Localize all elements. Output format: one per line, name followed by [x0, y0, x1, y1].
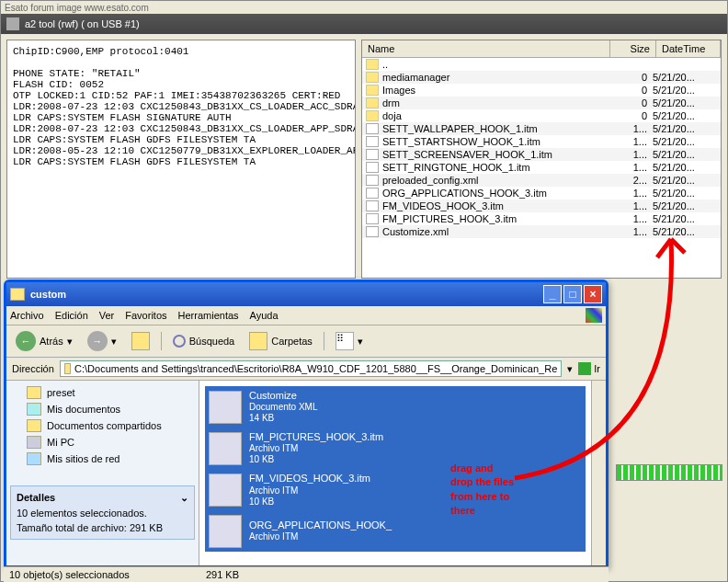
- explorer-titlebar[interactable]: custom _ □ ×: [6, 282, 606, 306]
- list-item[interactable]: ORG_APPLICATIONS_HOOK_3.itm1...5/21/20..…: [362, 187, 721, 200]
- list-item[interactable]: SETT_STARTSHOW_HOOK_1.itm1...5/21/20...: [362, 135, 721, 148]
- address-input[interactable]: C:\Documents and Settings\tranced\Escrit…: [60, 360, 562, 377]
- file-thumb-icon: [209, 474, 242, 507]
- annotation-text: drag and drop the files from here to the…: [450, 462, 514, 519]
- file-item[interactable]: FM_PICTURES_HOOK_3.itmArchivo ITM10 KB: [205, 428, 586, 469]
- log-panel: ChipID:C900,EMP protocol:0401 PHONE STAT…: [6, 40, 356, 279]
- forward-button[interactable]: →▾: [84, 329, 120, 353]
- back-button[interactable]: ← Atrás ▾: [12, 329, 76, 353]
- address-label: Dirección: [12, 363, 54, 374]
- folder-up-icon: [131, 332, 150, 350]
- folder-icon: [366, 97, 379, 108]
- file-icon: [366, 149, 379, 160]
- list-item[interactable]: ..: [362, 58, 721, 71]
- col-name[interactable]: Name: [362, 40, 610, 57]
- net-icon: [27, 452, 41, 465]
- collapse-icon[interactable]: ⌄: [180, 492, 188, 504]
- list-item[interactable]: doja05/21/20...: [362, 109, 721, 122]
- forward-arrow-icon: →: [87, 331, 108, 351]
- file-icon: [366, 213, 379, 224]
- folder-icon: [366, 85, 379, 96]
- file-item[interactable]: CustomizeDocumento XML14 KB: [205, 386, 586, 428]
- file-icon: [366, 200, 379, 211]
- list-item[interactable]: SETT_SCREENSAVER_HOOK_1.itm1...5/21/20..…: [362, 148, 721, 161]
- col-size[interactable]: Size: [610, 40, 656, 57]
- file-view[interactable]: CustomizeDocumento XML14 KBFM_PICTURES_H…: [199, 381, 591, 565]
- dropdown-icon: ▾: [67, 336, 73, 348]
- file-item[interactable]: ORG_APPLICATIONS_HOOK_Archivo ITM: [205, 511, 586, 552]
- folder-icon: [366, 72, 379, 83]
- explorer-window: custom _ □ × Archivo Edición Ver Favorit…: [4, 280, 609, 568]
- list-item[interactable]: preloaded_config.xml2...5/21/20...: [362, 174, 721, 187]
- file-thumb-icon: [209, 432, 242, 465]
- sidebar-item[interactable]: preset: [10, 384, 195, 401]
- folder-icon: [27, 386, 41, 399]
- list-item[interactable]: drm05/21/20...: [362, 97, 721, 109]
- list-item[interactable]: SETT_WALLPAPER_HOOK_1.itm1...5/21/20...: [362, 122, 721, 135]
- list-item[interactable]: mediamanager05/21/20...: [362, 71, 721, 84]
- up-button[interactable]: [128, 330, 154, 352]
- folder-icon: [27, 419, 41, 432]
- menu-archivo[interactable]: Archivo: [10, 310, 44, 321]
- up-icon: [366, 59, 379, 70]
- file-list-panel: Name Size DateTime ..mediamanager05/21/2…: [361, 40, 722, 279]
- pc-icon: [27, 436, 41, 449]
- col-date[interactable]: DateTime: [656, 40, 721, 57]
- file-thumb-icon: [209, 391, 242, 424]
- views-button[interactable]: ⠿▾: [332, 330, 367, 352]
- minimize-button[interactable]: _: [543, 285, 562, 303]
- go-button[interactable]: Ir: [578, 362, 600, 375]
- toolbar: ← Atrás ▾ →▾ Búsqueda Carpetas ⠿▾: [6, 325, 606, 358]
- file-icon: [366, 175, 379, 186]
- app-icon: [6, 17, 19, 30]
- file-icon: [366, 188, 379, 199]
- folder-icon: [366, 110, 379, 121]
- list-header: Name Size DateTime: [362, 40, 721, 58]
- menu-favoritos[interactable]: Favoritos: [125, 310, 166, 321]
- scrollbar[interactable]: [591, 381, 606, 565]
- file-item[interactable]: FM_VIDEOS_HOOK_3.itmArchivo ITM10 KB: [205, 469, 586, 510]
- progress-bar: [616, 464, 722, 481]
- menu-herramientas[interactable]: Herramientas: [178, 310, 239, 321]
- watermark-text: Esato forum image www.esato.com: [5, 3, 149, 13]
- list-item[interactable]: FM_PICTURES_HOOK_3.itm1...5/21/20...: [362, 212, 721, 225]
- list-body[interactable]: ..mediamanager05/21/20...Images05/21/20.…: [362, 58, 721, 278]
- views-icon: ⠿: [336, 332, 354, 350]
- maximize-button[interactable]: □: [563, 285, 582, 303]
- main-titlebar: a2 tool (rwf) ( on USB #1): [1, 14, 727, 34]
- file-icon: [366, 136, 379, 147]
- folders-button[interactable]: Carpetas: [245, 330, 316, 352]
- windows-logo-icon: [586, 308, 602, 323]
- folder-icon: [64, 363, 71, 374]
- sidebar-item[interactable]: Mi PC: [10, 434, 195, 451]
- list-item[interactable]: Images05/21/20...: [362, 84, 721, 97]
- search-icon: [173, 335, 186, 348]
- sidebar-item[interactable]: Mis documentos: [10, 401, 195, 417]
- doc-icon: [27, 403, 41, 416]
- list-item[interactable]: Customize.xml1...5/21/20...: [362, 225, 721, 238]
- close-button[interactable]: ×: [584, 285, 602, 303]
- side-panel: presetMis documentosDocumentos compartid…: [6, 381, 199, 565]
- details-line1: 10 elementos seleccionados.: [17, 508, 188, 519]
- menu-edicion[interactable]: Edición: [55, 310, 88, 321]
- list-item[interactable]: SETT_RINGTONE_HOOK_1.itm1...5/21/20...: [362, 161, 721, 174]
- address-dropdown-icon[interactable]: ▾: [567, 363, 573, 375]
- address-bar: Dirección C:\Documents and Settings\tran…: [6, 358, 606, 381]
- sidebar-item[interactable]: Documentos compartidos: [10, 417, 195, 434]
- menubar: Archivo Edición Ver Favoritos Herramient…: [6, 306, 606, 325]
- menu-ver[interactable]: Ver: [99, 310, 115, 321]
- back-arrow-icon: ←: [16, 331, 36, 351]
- details-box: Detalles⌄ 10 elementos seleccionados. Ta…: [10, 485, 195, 540]
- explorer-title: custom: [30, 289, 66, 300]
- folder-icon: [10, 288, 25, 301]
- list-item[interactable]: FM_VIDEOS_HOOK_3.itm1...5/21/20...: [362, 200, 721, 212]
- file-icon: [366, 123, 379, 134]
- sidebar-item[interactable]: Mis sitios de red: [10, 451, 195, 467]
- file-icon: [366, 162, 379, 173]
- search-button[interactable]: Búsqueda: [169, 333, 239, 349]
- file-icon: [366, 226, 379, 237]
- status-bar: 10 objeto(s) seleccionados 291 KB: [4, 566, 609, 582]
- go-arrow-icon: [578, 362, 591, 375]
- menu-ayuda[interactable]: Ayuda: [250, 310, 279, 321]
- main-title: a2 tool (rwf) ( on USB #1): [25, 14, 140, 34]
